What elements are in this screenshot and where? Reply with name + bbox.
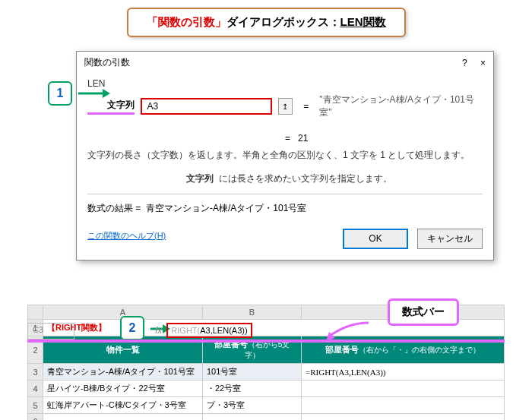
table-row: 6 [28, 414, 505, 420]
cell[interactable]: 青空マンション-A棟/Aタイプ・101号室 [43, 364, 203, 381]
dialog-title-buttons: ? × [462, 58, 486, 68]
equals-sign: = [303, 101, 309, 112]
arg-description: 文字列 には長さを求めたい文字列を指定します。 [87, 172, 483, 186]
formula-bar-underline [27, 339, 505, 343]
arg-input-text[interactable]: A3 [141, 98, 271, 115]
title-red: 「関数の引数」 [147, 15, 226, 28]
table-row: 5 虹海岸アパート-C棟/Cタイプ・3号室 プ・3号室 [28, 397, 505, 414]
name-box[interactable]: C3 [27, 323, 74, 339]
help-link[interactable]: この関数のヘルプ(H) [87, 230, 166, 242]
cancel-button[interactable]: キャンセル [417, 229, 483, 249]
equals-sign: = [285, 133, 290, 144]
table-row: 4 星ハイツ-B棟/Bタイプ・22号室 ・22号室 [28, 381, 505, 397]
formula-bar-callout: 数式バー [388, 298, 459, 326]
cell[interactable]: 101号室 [203, 364, 302, 381]
function-arguments-dialog: 関数の引数 ? × LEN 文字列 A3 ↥ = "青空マンション-A棟/Aタイ… [76, 51, 494, 261]
cell[interactable]: 虹海岸アパート-C棟/Cタイプ・3号室 [43, 397, 203, 414]
formula-result: 数式の結果 = 青空マンション-A棟/Aタイプ・101号室 [87, 202, 483, 215]
callout-badge-2: 2 [120, 316, 144, 340]
function-description: 文字列の長さ（文字数）を返します。半角と全角の区別なく、1 文字を 1 として処… [87, 148, 483, 163]
callout-badge-1: 1 [48, 81, 72, 106]
cell[interactable]: ・22号室 [203, 381, 302, 397]
title-func: LEN関数 [340, 15, 386, 28]
cell[interactable] [302, 381, 505, 397]
tutorial-title: 「関数の引数」ダイアログボックス：LEN関数 [127, 8, 406, 37]
formula-bar-input[interactable]: RIGHT(A3,LEN(A3)) [166, 323, 252, 338]
title-black: ダイアログボックス： [226, 15, 340, 28]
dialog-titlebar: 関数の引数 ? × [77, 52, 493, 74]
cell[interactable]: 星ハイツ-B棟/Bタイプ・22号室 [43, 381, 203, 397]
fx-icon[interactable]: fx [150, 325, 166, 336]
cell[interactable] [43, 414, 203, 420]
range-picker-button[interactable]: ↥ [278, 98, 293, 115]
dialog-title-text: 関数の引数 [84, 56, 130, 69]
cell[interactable] [302, 414, 505, 420]
arrow-icon [77, 86, 110, 101]
svg-marker-1 [103, 89, 110, 98]
cell[interactable] [302, 397, 505, 414]
table-row: 3 青空マンション-A棟/Aタイプ・101号室 101号室 =RIGHT(A3,… [28, 364, 505, 381]
arg-preview: "青空マンション-A棟/Aタイプ・101号室" [319, 93, 483, 119]
cell[interactable] [203, 414, 302, 420]
function-name: LEN [87, 78, 483, 89]
close-icon[interactable]: × [480, 58, 486, 68]
result-preview: 21 [298, 133, 308, 144]
help-icon[interactable]: ? [462, 58, 467, 68]
ok-button[interactable]: OK [343, 229, 408, 249]
active-cell[interactable]: =RIGHT(A3,LEN(A3)) [302, 364, 505, 381]
collapse-icon: ↥ [282, 103, 288, 111]
cell[interactable]: プ・3号室 [203, 397, 302, 414]
